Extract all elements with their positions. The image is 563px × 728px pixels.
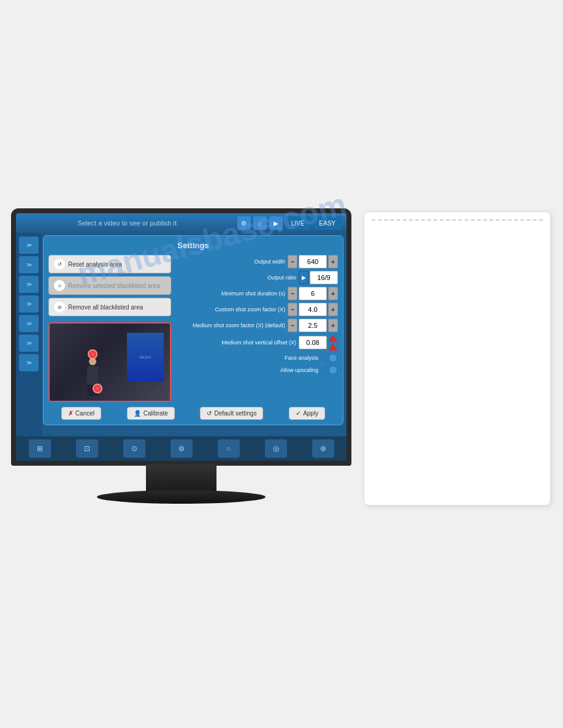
output-width-row: Output width − +	[176, 255, 338, 268]
vertical-offset-input[interactable]	[299, 336, 327, 349]
face-analysis-knob	[329, 354, 337, 362]
tracking-dot-bottom	[93, 384, 102, 393]
min-duration-label: Minimum shot duration (s)	[176, 290, 285, 297]
default-settings-button[interactable]: ↺ Default settings	[200, 407, 263, 420]
screen-content: Select a video to see or publish it ⚙ ⌂ …	[16, 213, 347, 461]
apply-icon: ✓	[296, 410, 301, 417]
default-settings-icon: ↺	[207, 410, 212, 417]
live-button[interactable]: LIVE	[285, 216, 311, 230]
nav-icon-6[interactable]: ◎	[265, 439, 287, 458]
custom-zoom-plus[interactable]: +	[328, 303, 338, 316]
cancel-button[interactable]: ✗ Cancel	[61, 407, 101, 420]
remove-selected-button[interactable]: ⊖ Remove selected blacklisted area	[48, 276, 171, 295]
video-banner: MEDIA	[127, 333, 164, 382]
face-analysis-controls	[321, 353, 338, 363]
cancel-icon: ✗	[68, 410, 73, 417]
settings-panel: Settings ↺ Reset analysis area ⊖ Remove …	[43, 235, 343, 425]
screen-label: Select a video to see or publish it	[21, 219, 234, 227]
topbar-icons: ⚙ ⌂ ▶ LIVE EASY	[237, 216, 342, 230]
monitor: Select a video to see or publish it ⚙ ⌂ …	[11, 208, 354, 484]
face-analysis-label: Face analysis	[176, 355, 318, 362]
sidebar-icon-5[interactable]: ≫	[19, 315, 39, 332]
nav-icon-3[interactable]: ⊙	[123, 439, 145, 458]
video-icon-btn[interactable]: ▶	[269, 216, 283, 230]
vertical-offset-controls	[299, 335, 338, 351]
output-width-input[interactable]	[299, 255, 327, 268]
bottom-nav: ⊞ ⊡ ⊙ ⊚ ○ ◎ ⊛	[16, 436, 347, 461]
upscaling-row: Allow upscaling	[176, 365, 338, 375]
sidebar-icon-4[interactable]: ≫	[19, 295, 39, 313]
nav-icon-7[interactable]: ⊛	[312, 439, 334, 458]
arrow-up-icon-2	[328, 343, 338, 351]
custom-zoom-label: Custom shot zoom factor (X)	[176, 306, 285, 313]
left-sidebar: ≫ ≫ ≫ ≫ ≫ ≫ ≫	[16, 233, 42, 436]
custom-zoom-controls: − +	[288, 303, 338, 316]
remove-all-icon: ⊖	[54, 301, 65, 313]
custom-zoom-row: Custom shot zoom factor (X) − +	[176, 303, 338, 316]
video-background: MEDIA	[50, 324, 170, 401]
upscaling-toggle[interactable]	[321, 365, 338, 375]
right-settings: Output width − + Output ratio ▶	[176, 255, 338, 402]
monitor-stand	[97, 490, 266, 504]
vertical-offset-row: Medium shot vertical offset (X)	[176, 335, 338, 351]
calibrate-button[interactable]: 👤 Calibrate	[127, 407, 175, 420]
medium-zoom-label: Medium shot zoom factor (X) (default)	[176, 322, 285, 329]
face-analysis-toggle[interactable]	[321, 353, 338, 363]
sidebar-icon-6[interactable]: ≫	[19, 335, 39, 352]
medium-zoom-row: Medium shot zoom factor (X) (default) − …	[176, 319, 338, 332]
easy-button[interactable]: EASY	[313, 216, 342, 230]
medium-zoom-controls: − +	[288, 319, 338, 332]
nav-icon-2[interactable]: ⊡	[76, 439, 98, 458]
output-width-minus[interactable]: −	[288, 255, 297, 268]
min-duration-controls: − +	[288, 287, 338, 300]
medium-zoom-plus[interactable]: +	[328, 319, 338, 332]
face-analysis-row: Face analysis	[176, 353, 338, 363]
output-width-controls: − +	[288, 255, 338, 268]
custom-zoom-input[interactable]	[299, 303, 327, 316]
settings-body: ↺ Reset analysis area ⊖ Remove selected …	[48, 255, 338, 402]
person-body	[87, 366, 98, 385]
output-ratio-controls: ▶	[299, 271, 338, 284]
vertical-offset-label: Medium shot vertical offset (X)	[176, 339, 296, 346]
upscaling-label: Allow upscaling	[176, 367, 318, 374]
min-duration-plus[interactable]: +	[328, 287, 338, 300]
sidebar-icon-1[interactable]: ≫	[19, 237, 39, 254]
tracking-dot-center	[88, 349, 98, 359]
medium-zoom-minus[interactable]: −	[288, 319, 297, 332]
output-ratio-toggle[interactable]: ▶	[299, 271, 308, 284]
min-duration-minus[interactable]: −	[288, 287, 297, 300]
home-icon-btn[interactable]: ⌂	[253, 216, 267, 230]
min-duration-input[interactable]	[299, 287, 327, 300]
output-width-plus[interactable]: +	[328, 255, 338, 268]
monitor-neck	[146, 464, 216, 492]
panel-dots	[372, 219, 543, 221]
gear-icon-btn[interactable]: ⚙	[237, 216, 251, 230]
video-preview: MEDIA	[48, 322, 171, 402]
upscaling-controls	[321, 365, 338, 375]
apply-button[interactable]: ✓ Apply	[289, 407, 325, 420]
nav-icon-5[interactable]: ○	[218, 439, 240, 458]
calibrate-icon: 👤	[134, 410, 141, 417]
action-buttons-row: ✗ Cancel 👤 Calibrate ↺ Default settings …	[48, 407, 338, 420]
remove-all-button[interactable]: ⊖ Remove all blacklisted area	[48, 298, 171, 316]
output-ratio-label: Output ratio	[176, 275, 296, 281]
right-panel	[364, 211, 551, 506]
medium-zoom-input[interactable]	[299, 319, 327, 332]
sidebar-icon-2[interactable]: ≫	[19, 256, 39, 273]
min-duration-row: Minimum shot duration (s) − +	[176, 287, 338, 300]
sidebar-icon-3[interactable]: ≫	[19, 276, 39, 293]
sidebar-icon-7[interactable]: ≫	[19, 354, 39, 371]
left-controls: ↺ Reset analysis area ⊖ Remove selected …	[48, 255, 171, 402]
output-ratio-input[interactable]	[310, 271, 338, 284]
nav-icon-4[interactable]: ⊚	[170, 439, 193, 458]
output-ratio-row: Output ratio ▶	[176, 271, 338, 284]
arrow-indicators	[328, 335, 338, 351]
monitor-screen: Select a video to see or publish it ⚙ ⌂ …	[11, 208, 351, 466]
custom-zoom-minus[interactable]: −	[288, 303, 297, 316]
arrow-up-icon	[328, 335, 338, 342]
reset-icon: ↺	[54, 259, 65, 270]
reset-analysis-button[interactable]: ↺ Reset analysis area	[48, 255, 171, 273]
remove-selected-icon: ⊖	[54, 280, 65, 291]
nav-icon-1[interactable]: ⊞	[29, 439, 51, 458]
app-topbar: Select a video to see or publish it ⚙ ⌂ …	[16, 213, 347, 233]
